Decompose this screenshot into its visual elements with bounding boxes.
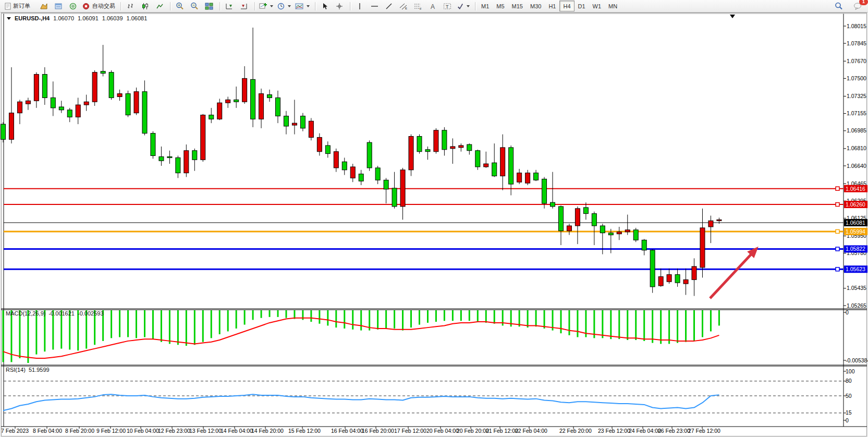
candlestick-chart-button[interactable] [138, 1, 152, 12]
line-chart-button[interactable] [152, 1, 167, 12]
autotrade-button[interactable]: 自动交易 [80, 1, 117, 12]
timeframe-M30[interactable]: M30 [527, 1, 545, 11]
price-tick: 1.07670 [847, 58, 866, 64]
time-tick: 23 Feb 12:00 [598, 428, 630, 434]
chart-shift-icon [240, 3, 248, 10]
ohlc-high: 1.06091 [78, 15, 99, 21]
svg-text:E: E [405, 7, 407, 10]
arrow-objects-button[interactable] [455, 1, 472, 12]
market-watch-button[interactable] [51, 1, 66, 12]
timeframe-M5[interactable]: M5 [493, 1, 508, 11]
time-tick: 20 Feb 04:00 [426, 428, 459, 434]
timeframe-D1[interactable]: D1 [574, 1, 589, 11]
macd-axis-tick: -0.005384 [846, 357, 868, 363]
timeframe-H1[interactable]: H1 [545, 1, 559, 11]
symbol-dropdown-icon[interactable] [7, 17, 11, 20]
level-handle-resistance-1[interactable] [836, 187, 839, 190]
time-tick: 26 Feb 23:00 [658, 428, 690, 434]
zoom-out-button[interactable] [187, 1, 202, 12]
fibonacci-icon: F [414, 3, 422, 10]
price-badge-label: 1.06081 [846, 220, 865, 226]
timeframe-M1[interactable]: M1 [478, 1, 493, 11]
level-handle-pivot-orange[interactable] [836, 229, 839, 233]
rsi-value: 51.9599 [29, 367, 50, 373]
new-order-icon [4, 3, 11, 10]
toolbar-separator [350, 2, 350, 10]
chart-title: EURUSD-,H4 1.06070 1.06091 1.06039 1.060… [7, 15, 147, 21]
level-handle-resistance-2[interactable] [836, 203, 839, 207]
auto-arrange-button[interactable] [222, 1, 237, 12]
dropdown-caret-icon [307, 5, 310, 7]
new-order-label: 新订单 [13, 2, 30, 10]
new-chart-button[interactable] [257, 1, 275, 12]
macd-indicator-label: MACD(12,26,9)-0.001621-0.002593 [6, 310, 104, 317]
trendline-icon [385, 3, 393, 10]
horizontal-line-button[interactable] [367, 1, 382, 12]
charts-icon [40, 3, 48, 10]
rsi-name: RSI(14) [6, 367, 26, 373]
zoom-in-icon [176, 2, 184, 10]
dropdown-caret-icon [288, 5, 291, 7]
timeframe-M15[interactable]: M15 [508, 1, 527, 11]
symbol-timeframe: EURUSD-,H4 [15, 15, 50, 21]
dropdown-caret-icon [270, 5, 273, 7]
vertical-line-button[interactable] [352, 1, 367, 12]
time-tick: 17 Feb 12:00 [394, 428, 426, 434]
vertical-line-icon [357, 3, 363, 10]
time-tick: 22 Feb 20:00 [559, 428, 592, 434]
price-badge-label: 1.05623 [846, 266, 865, 272]
timeframe-switcher: M1M5M15M30H1H4D1W1MN [478, 1, 621, 12]
new-order-button[interactable]: 新订单 [2, 1, 32, 12]
channel-button[interactable]: E [396, 1, 411, 12]
search-button[interactable] [832, 1, 846, 12]
level-handle-support-2[interactable] [836, 268, 839, 271]
text-label-button[interactable]: T [440, 1, 455, 12]
ohlc-low: 1.06039 [102, 15, 123, 21]
navigator-button[interactable] [66, 1, 80, 12]
price-badge-label: 1.06260 [846, 201, 865, 208]
text-label-icon: T [443, 3, 451, 10]
timeframe-W1[interactable]: W1 [589, 1, 605, 11]
crosshair-button[interactable] [332, 1, 347, 12]
level-handle-support-1[interactable] [836, 247, 839, 251]
period-icon [277, 3, 285, 10]
bar-chart-button[interactable] [123, 1, 138, 12]
time-tick: 9 Feb 12:00 [96, 428, 126, 434]
price-tick: 1.07325 [847, 93, 866, 99]
time-tick: 15 Feb 12:00 [288, 428, 321, 434]
toolbar-separator [254, 2, 255, 10]
macd-signal-value: -0.002593 [78, 310, 104, 317]
price-tick: 1.08015 [847, 23, 866, 29]
zoom-in-button[interactable] [173, 1, 187, 12]
timeframe-MN[interactable]: MN [605, 1, 621, 11]
toolbar-separator [120, 2, 121, 10]
rsi-axis-tick: 0 [846, 417, 849, 423]
time-tick: 8 Feb 20:00 [65, 428, 94, 434]
chart-canvas[interactable]: 1.080151.078451.076701.075001.073251.071… [0, 0, 868, 437]
chart-shift-button[interactable] [237, 1, 251, 12]
price-badge-label: 1.05994 [846, 228, 865, 235]
time-tick: 13 Feb 12:00 [189, 428, 222, 434]
auto-arrange-icon [225, 3, 234, 10]
time-tick: 10 Feb 04:00 [127, 428, 159, 434]
autotrade-icon [82, 3, 91, 10]
toolbar-separator [219, 2, 220, 10]
charts-button[interactable] [36, 1, 51, 12]
time-tick: 21 Feb 12:00 [486, 428, 518, 434]
template-button[interactable] [293, 1, 312, 12]
timeframe-H4[interactable]: H4 [559, 1, 574, 11]
rsi-axis-tick: 15 [846, 409, 852, 416]
trendline-button[interactable] [382, 1, 396, 12]
notifications-button[interactable]: 1 [850, 1, 865, 12]
time-tick: 14 Feb 20:00 [251, 428, 284, 434]
tile-windows-button[interactable] [202, 1, 216, 12]
price-tick: 1.05435 [847, 285, 866, 291]
text-button[interactable]: A [425, 1, 440, 12]
period-button[interactable] [275, 1, 293, 12]
toolbar: 新订单 自动交易 [0, 0, 868, 13]
cursor-button[interactable] [317, 1, 332, 12]
fibonacci-button[interactable]: F [411, 1, 425, 12]
horizontal-line-icon [371, 3, 378, 10]
price-tick: 1.07155 [847, 110, 866, 116]
text-icon: A [430, 3, 436, 10]
